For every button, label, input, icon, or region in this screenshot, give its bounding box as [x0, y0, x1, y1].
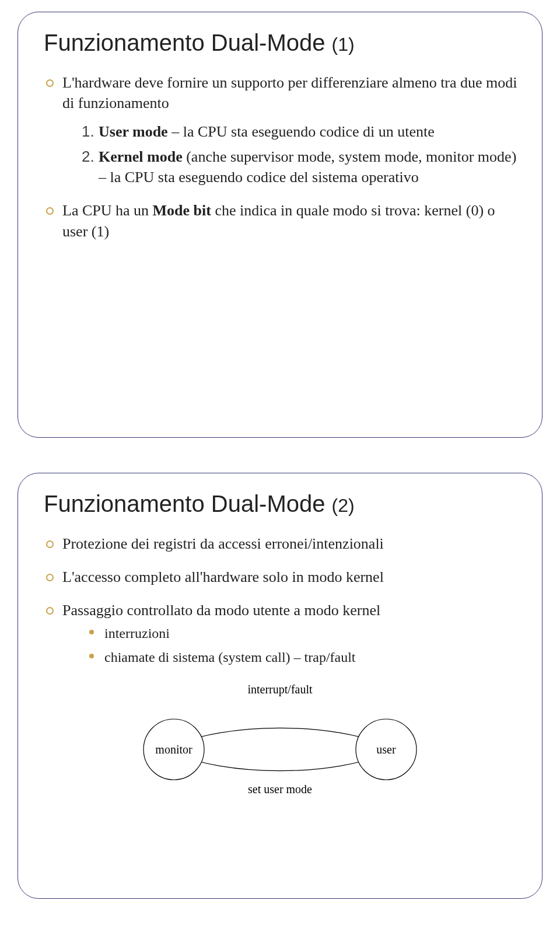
bullet-transition: Passaggio controllato da modo utente a m… [46, 600, 519, 667]
label-user: user [376, 743, 396, 756]
slide-1-title: Funzionamento Dual-Mode (1) [44, 30, 519, 56]
kernel-mode-label: Kernel mode [99, 148, 183, 165]
label-top: interrupt/fault [247, 683, 313, 696]
slide-2-title: Funzionamento Dual-Mode (2) [44, 491, 519, 517]
arc-bottom [176, 754, 384, 771]
title-text: Funzionamento Dual-Mode [44, 491, 332, 517]
slide-1: Funzionamento Dual-Mode (1) L'hardware d… [18, 12, 542, 438]
bullet-intro: L'hardware deve fornire un supporto per … [46, 72, 519, 187]
label-monitor: monitor [155, 743, 192, 756]
diagram-svg: interrupt/fault monitor user set user mo… [117, 679, 443, 796]
arc-top [176, 728, 384, 745]
slide-2: Funzionamento Dual-Mode (2) Protezione d… [18, 473, 542, 899]
mode-bit-a: La CPU ha un [62, 202, 153, 219]
bullet-intro-text: L'hardware deve fornire un supporto per … [62, 74, 517, 111]
mode-bit-b: Mode bit [153, 202, 211, 219]
mode-kernel: Kernel mode (anche supervisor mode, syst… [99, 146, 519, 187]
sub-interrupt: interruzioni [89, 624, 519, 643]
title-number: (1) [332, 34, 355, 55]
mode-user: User mode – la CPU sta eseguendo codice … [99, 121, 519, 142]
bullet-protection: Protezione dei registri da accessi erron… [46, 533, 519, 554]
title-text: Funzionamento Dual-Mode [44, 30, 332, 55]
user-mode-desc: – la CPU sta eseguendo codice di un uten… [168, 123, 435, 140]
transition-text: Passaggio controllato da modo utente a m… [62, 602, 380, 619]
bullet-access: L'accesso completo all'hardware solo in … [46, 567, 519, 587]
mode-transition-diagram: interrupt/fault monitor user set user mo… [117, 679, 443, 796]
slide-1-content: L'hardware deve fornire un supporto per … [41, 72, 519, 242]
sub-syscall: chiamate di sistema (system call) – trap… [89, 648, 519, 667]
transition-sublist: interruzioni chiamate di sistema (system… [62, 624, 519, 667]
title-number: (2) [332, 495, 355, 516]
bullet-mode-bit: La CPU ha un Mode bit che indica in qual… [46, 200, 519, 241]
label-bottom: set user mode [248, 783, 312, 796]
mode-list: User mode – la CPU sta eseguendo codice … [62, 121, 519, 187]
user-mode-label: User mode [99, 123, 168, 140]
slide-2-content: Protezione dei registri da accessi erron… [41, 533, 519, 667]
